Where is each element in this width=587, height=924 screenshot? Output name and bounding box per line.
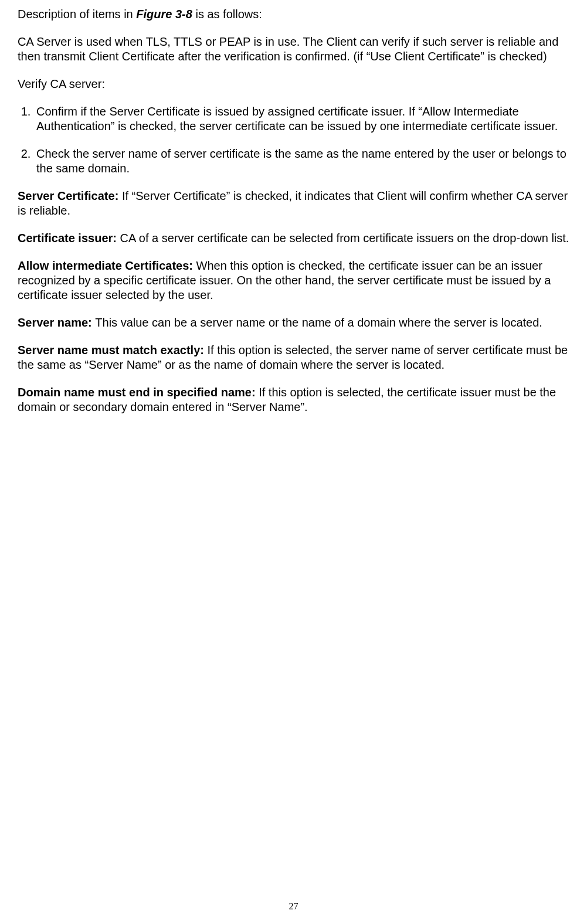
term-server-name: Server name: [18,316,95,329]
term-server-certificate: Server Certificate: [18,189,122,202]
figure-reference: Figure 3-8 [136,8,192,21]
page-number: 27 [0,901,587,912]
def-server-certificate: Server Certificate: If “Server Certifica… [18,189,569,218]
verify-step-1: Confirm if the Server Certificate is iss… [34,104,569,134]
def-domain-end: Domain name must end in specified name: … [18,385,569,415]
def-allow-intermediate: Allow intermediate Certificates: When th… [18,259,569,303]
body-server-name: This value can be a server name or the n… [95,316,542,329]
intro-prefix: Description of items in [18,8,136,21]
intro-suffix: is as follows: [192,8,262,21]
verify-heading: Verify CA server: [18,77,569,91]
term-certificate-issuer: Certificate issuer: [18,232,120,244]
def-match-exactly: Server name must match exactly: If this … [18,343,569,372]
body-certificate-issuer: CA of a server certificate can be select… [120,232,569,244]
document-page: Description of items in Figure 3-8 is as… [0,0,587,924]
verify-steps-list: Confirm if the Server Certificate is iss… [18,104,569,176]
term-match-exactly: Server name must match exactly: [18,344,208,356]
def-certificate-issuer: Certificate issuer: CA of a server certi… [18,231,569,246]
term-allow-intermediate: Allow intermediate Certificates: [18,259,196,272]
def-server-name: Server name: This value can be a server … [18,315,569,330]
verify-step-2: Check the server name of server certific… [34,147,569,176]
ca-server-paragraph: CA Server is used when TLS, TTLS or PEAP… [18,35,569,64]
intro-paragraph: Description of items in Figure 3-8 is as… [18,7,569,22]
term-domain-end: Domain name must end in specified name: [18,386,259,399]
